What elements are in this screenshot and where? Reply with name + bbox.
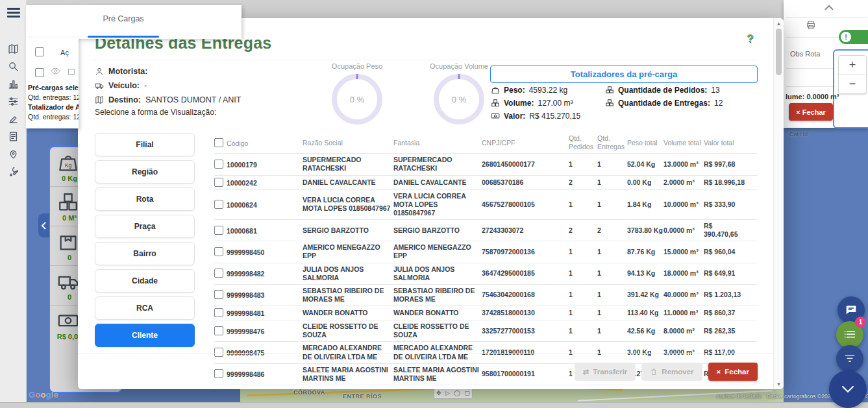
total-entregas: Quantidade de Entregas:12 [605, 99, 723, 108]
tab-pre-cargas[interactable]: Pré Cargas [88, 14, 159, 23]
vehicle-icon [95, 81, 104, 90]
table-cell: 1 [597, 246, 627, 258]
view-button-cliente[interactable]: Cliente [95, 324, 195, 347]
table-cell: 10000179 [214, 158, 303, 171]
view-button-praca[interactable]: Praça [95, 215, 195, 238]
alert-pill[interactable]: ! [839, 30, 868, 44]
circle-tool-icon[interactable]: ◯ [454, 390, 460, 396]
row-checkbox[interactable] [214, 247, 223, 256]
eye-icon[interactable] [51, 66, 60, 78]
table-row[interactable]: 10000179SUPERMERCADO RATACHESKISUPERMERC… [214, 153, 757, 174]
sliders-icon[interactable] [5, 93, 21, 110]
map-zoom-in-button[interactable]: + [839, 56, 866, 75]
expand-fab-button[interactable] [829, 370, 867, 408]
keyboard-shortcuts-link[interactable]: Atalhos do teclado [716, 393, 762, 400]
table-cell: 1 [597, 158, 627, 171]
row-checkbox[interactable] [214, 290, 223, 299]
map-zoom-out-button[interactable]: − [839, 75, 866, 93]
obs-rota-header: Obs Rota [790, 50, 820, 58]
route-fechar-button[interactable]: × Fechar [789, 103, 833, 121]
select-all-checkbox[interactable] [214, 138, 223, 147]
help-icon[interactable]: ? [747, 32, 753, 45]
row-checkbox[interactable] [35, 68, 44, 77]
row-checkbox[interactable] [214, 269, 223, 278]
table-cell: 13.0000 m³ [663, 158, 704, 171]
table-row[interactable]: 9999998482JULIA DOS ANJOS SALMORIAJULIA … [214, 263, 757, 284]
table-row[interactable]: 10000681SERGIO BARZOTTOSERGIO BARZOTTO27… [214, 219, 757, 241]
table-cell: 1 [569, 325, 597, 337]
chevron-up-icon[interactable] [825, 2, 835, 10]
document-icon[interactable] [5, 128, 21, 145]
view-button-filial[interactable]: Filial [95, 133, 195, 156]
pan-hand-icon[interactable]: ✥ [436, 390, 441, 396]
filter-icon [845, 354, 855, 363]
hamburger-icon[interactable] [7, 8, 20, 18]
row-checkbox[interactable] [214, 308, 223, 317]
scroll-down-arrow[interactable]: ▼ [774, 379, 784, 389]
view-button-cidade[interactable]: Cidade [95, 269, 195, 293]
edit-icon[interactable] [5, 110, 21, 128]
row-checkbox[interactable] [214, 200, 223, 209]
cursor-icon[interactable]: ▷ [445, 390, 450, 396]
view-button-rca[interactable]: RCA [95, 296, 195, 320]
transferir-button[interactable]: ⇄Transferir [575, 363, 636, 381]
table-row[interactable]: 10000242DANIEL CAVALCANTEDANIEL CAVALCAN… [214, 175, 757, 189]
row-checkbox[interactable] [214, 160, 223, 169]
row-checkbox[interactable] [214, 326, 223, 335]
table-cell: SEBASTIAO RIBEIRO DE MORAES ME [393, 285, 482, 306]
gauge: Ocupação Peso0 % [328, 62, 386, 125]
row-checkbox[interactable] [214, 226, 223, 235]
table-cell: 2 [597, 224, 627, 237]
totals-header: Totalizadores da pré-carga [490, 66, 758, 83]
table-cell: 45675278000105 [482, 198, 569, 211]
table-cell: 1 [569, 246, 597, 258]
table-row[interactable]: 9999998483SEBASTIAO RIBEIRO DE MORAES ME… [214, 284, 757, 306]
table-cell: R$ 18.996,18 [704, 176, 749, 189]
table-row[interactable]: 10000624VERA LUCIA CORREA MOTA LOPES 018… [214, 189, 757, 219]
pin-icon[interactable] [5, 145, 21, 163]
box-icon[interactable] [67, 67, 76, 78]
table-cell: 1 [569, 307, 597, 319]
table-cell: SEBASTIAO RIBEIRO DE MORAES ME [303, 285, 393, 306]
table-cell: 15.0000 m³ [663, 246, 704, 258]
remover-button[interactable]: Remover [641, 363, 702, 381]
collapse-panel-button[interactable] [38, 213, 49, 237]
wrench-icon[interactable] [5, 163, 21, 180]
table-cell: 10.0000 m³ [663, 198, 704, 211]
row-checkbox[interactable] [214, 178, 223, 187]
table-row[interactable]: 9999998481WANDER BONATTOWANDER BONATTO37… [214, 306, 757, 320]
table-cell: 75463042000168 [482, 289, 569, 301]
table-cell: 1 [597, 176, 627, 189]
table-cell: 1 [597, 307, 627, 319]
scroll-thumb[interactable] [776, 29, 782, 75]
fechar-button[interactable]: ×Fechar [708, 363, 758, 381]
table-cell: 3783.80 Kg [627, 224, 663, 237]
table-cell: 8.0000 m³ [663, 325, 704, 337]
table-cell: JULIA DOS ANJOS SALMORIA [393, 263, 482, 284]
search-icon[interactable] [5, 58, 21, 75]
chart-icon[interactable] [5, 75, 21, 93]
view-button-bairro[interactable]: Bairro [95, 242, 195, 265]
table-cell: 9999998450 [214, 245, 303, 259]
view-button-rota[interactable]: Rota [95, 187, 195, 211]
table-cell: CLEIDE ROSSETTO DE SOUZA [393, 320, 482, 341]
printer-icon[interactable] [806, 20, 816, 30]
table-cell: DANIEL CAVALCANTE [303, 176, 393, 189]
table-row[interactable]: 9999998450AMERICO MENEGAZZO EPPAMERICO M… [214, 241, 757, 262]
map-icon[interactable] [5, 40, 21, 58]
table-cell: 113.40 Kg [627, 307, 663, 319]
map-label-cordova: CÓRDOVA [293, 389, 325, 396]
select-all-checkbox[interactable] [35, 47, 44, 56]
scroll-up-arrow[interactable]: ▲ [774, 19, 784, 28]
modal-scrollbar[interactable]: ▲ ▼ [773, 18, 784, 389]
filter-fab-button[interactable] [836, 345, 863, 372]
rect-tool-icon[interactable]: ▢ [464, 390, 470, 396]
table-cell: 2.0000 m³ [663, 176, 704, 189]
table-cell: 33257277000153 [482, 325, 569, 337]
table-cell: 52.04 Kg [627, 158, 663, 171]
table-row[interactable]: 9999998476CLEIDE ROSSETTO DE SOUZACLEIDE… [214, 320, 757, 341]
gauge-ring: 0 % [434, 74, 484, 125]
table-cell: CLEIDE ROSSETTO DE SOUZA [303, 320, 393, 341]
table-cell: 2 [569, 224, 597, 237]
view-button-regiao[interactable]: Região [95, 160, 195, 184]
